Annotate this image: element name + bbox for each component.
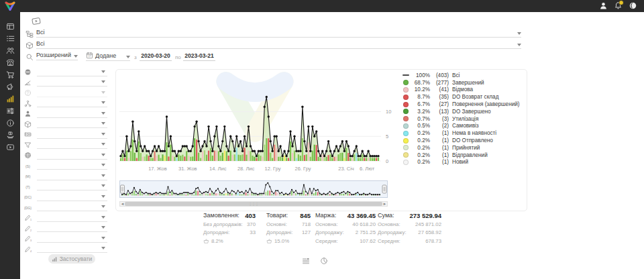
summary-sub-value: 127 [302,229,311,235]
legend-item[interactable]: 0.2%(1)Новий [402,159,520,166]
utm-group-filter-select[interactable] [37,203,107,211]
custom-field-3-filter-select[interactable] [37,235,107,243]
utm-medium-filter-select[interactable] [37,172,107,180]
legend-item[interactable]: 8.7%(35)DO Возврат склад [402,93,520,101]
filter-row-level-filter[interactable] [24,78,107,88]
legend-dot-marker [403,160,409,165]
profile-icon[interactable] [599,1,608,10]
custom-field-2-filter-select[interactable] [37,224,107,232]
nav-dashboard-dashboard-icon[interactable] [6,22,15,31]
legend-item[interactable]: 0.5%(2)Самовивіз [402,123,520,130]
filter-row-custom-field-4-filter[interactable]: 4 [24,244,107,254]
svg-text:{T}: {T} [25,184,30,188]
x-axis-tick: 23. Січ [338,166,354,172]
nav-orders-orders-icon[interactable] [6,34,15,43]
nav-rewards-rewards-icon[interactable] [6,131,15,140]
product-filter-select[interactable] [37,120,107,128]
filter-row-help-filter[interactable] [24,88,107,98]
scroll-right-icon[interactable]: ► [382,202,387,206]
utm-term-filter-icon: {T} [24,183,32,190]
chart-navigator[interactable] [119,180,388,201]
orders-timeline-chart[interactable]: 0510 [119,71,394,166]
legend-dot-marker [403,123,409,129]
funnel-filter-select[interactable] [37,141,107,149]
legend-count: (1) [430,159,449,165]
chevron-down-icon [101,174,105,177]
legend-item[interactable]: 0.7%(3)Утилізація [402,115,520,123]
legend-count: (1) [430,145,449,151]
chevron-down-icon [101,237,105,239]
filter-row-manager-filter[interactable] [24,109,107,119]
category-select[interactable]: Всі [36,29,521,38]
svg-text:0: 0 [386,158,388,164]
legend-label: Відправлений [452,152,488,158]
table-view-icon[interactable] [302,257,310,265]
money-icon [24,131,32,138]
status-filter-select[interactable] [37,68,107,76]
chart-scrollbar[interactable]: ◄ ⋮⋮⋮ ► [119,201,388,207]
app-logo-icon[interactable] [3,1,17,14]
legend-item[interactable]: 0.2%(1)Нема в наявності [402,129,520,137]
notifications-icon[interactable] [614,1,623,10]
pie-view-icon[interactable] [320,257,328,265]
utm-content-filter-select[interactable] [37,193,107,201]
nav-statistics-stats-icon[interactable] [6,95,15,103]
level-filter-select[interactable] [37,78,107,87]
legend-percent: 0.2% [410,152,430,158]
filter-row-funnel-filter[interactable] [24,140,107,150]
filter-row-utm-group-filter[interactable]: {DG} [24,203,107,213]
filter-row-department-filter[interactable] [24,99,107,109]
video-hint-icon[interactable] [30,15,42,27]
payment-filter-select[interactable] [37,131,107,139]
legend-item[interactable]: 100%(403)Всі [402,72,520,79]
filter-row-custom-field-2-filter[interactable]: 2 [24,223,107,233]
nav-integrations-integrations-icon[interactable] [6,107,15,115]
legend-item[interactable]: 10.2%(41)Відмова [402,87,520,94]
filter-row-custom-field-3-filter[interactable]: 3 [24,233,107,243]
summary-sub-value: 40 618.20 [352,221,376,227]
filter-row-utm-content-filter[interactable]: {DC} [24,192,107,202]
nav-cart-cart-icon[interactable] [6,70,15,79]
legend-item[interactable]: 0.2%(1)DO Отправлено [402,137,520,144]
legend-item[interactable]: 68.7%(277)Завершений [402,79,520,87]
date-field-select[interactable]: 17 Додане [86,52,130,61]
nav-store-store-icon[interactable] [6,58,15,67]
website-filter-select[interactable] [37,152,107,160]
filter-row-utm-source-filter[interactable]: {S} [24,161,107,171]
nav-customers-users-icon[interactable] [6,46,15,55]
custom-field-1-filter-select[interactable] [37,214,107,222]
utm-term-filter-select[interactable] [37,182,107,190]
search-icon[interactable] [25,53,34,61]
scroll-left-icon[interactable]: ◄ [120,202,125,206]
legend-item[interactable]: 0.2%(1)Відправлений [402,152,520,159]
date-from-input[interactable]: 2020-03-20 [140,52,172,61]
legend-item[interactable]: 0.2%(1)Прийнятий [402,144,520,152]
product-select[interactable]: Всі [36,40,521,49]
filter-row-utm-medium-filter[interactable]: {M} [24,171,107,181]
date-field-value: Додане [95,52,116,59]
legend-item[interactable]: 6.7%(27)Повернення (завершений) [402,101,520,108]
custom-field-4-filter-select[interactable] [37,245,107,253]
theme-toggle-icon[interactable] [629,1,637,10]
filter-row-website-filter[interactable] [24,150,107,160]
summary-sub-label: Середня: [315,238,338,244]
legend-percent: 0.2% [410,130,430,136]
filter-row-product-filter[interactable] [24,119,107,129]
nav-marketing-marketing-icon[interactable] [6,82,15,91]
filter-row-payment-filter[interactable] [24,129,107,140]
apply-button[interactable]: Застосувати [48,254,95,264]
nav-info-info-icon[interactable] [6,119,15,127]
legend-item[interactable]: 3.2%(13)DO Завершено [402,108,520,115]
search-mode-select[interactable]: Розширений [36,52,78,60]
department-filter-select[interactable] [37,99,107,107]
nav-tutorials-tutorials-icon[interactable] [6,143,15,152]
filter-row-utm-term-filter[interactable]: {T} [24,182,107,192]
summary-sub-value: 370 [247,221,256,227]
help-filter-select[interactable] [37,89,107,97]
manager-filter-select[interactable] [37,110,107,118]
utm-source-filter-select[interactable] [37,162,107,170]
date-to-input[interactable]: 2023-03-21 [183,52,215,61]
filter-row-status-filter[interactable] [24,67,107,77]
scrollbar-thumb[interactable]: ⋮⋮⋮ [125,202,382,206]
filter-row-custom-field-1-filter[interactable]: 1 [24,213,107,223]
